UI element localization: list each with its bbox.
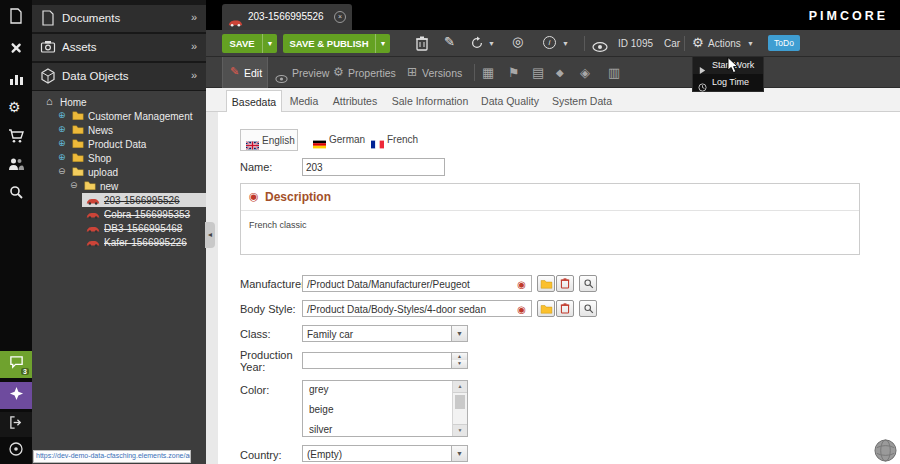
language-tab-english[interactable]: English [240,129,298,151]
notes-icon[interactable]: ▤ [532,65,544,80]
globe-icon[interactable] [874,439,897,464]
app-iconbar: ⚙ 3 [0,0,32,464]
schedule-icon[interactable]: ▦ [482,65,494,80]
body-style-relation-field[interactable]: /Product Data/Body-Styles/4-door sedan ◉ [302,300,532,317]
body-style-search-button[interactable] [579,300,597,317]
bookmark-icon[interactable]: ⚑ [508,65,520,80]
manufacturer-relation-field[interactable]: /Product Data/Manufacturer/Peugeot ◉ [302,275,532,292]
save-publish-button[interactable]: SAVE & PUBLISH [283,34,375,53]
sidebar-section-data-objects[interactable]: Data Objects » [32,63,206,90]
tab-sale-information[interactable]: Sale Information [386,90,474,112]
cart-icon[interactable] [8,128,24,144]
tab-basedata[interactable]: Basedata [226,90,282,112]
settings-icon[interactable]: ⚙ [8,99,24,115]
info-dropdown-arrow[interactable]: ▼ [562,40,569,47]
expand-plus-icon[interactable]: ⊕ [58,152,66,162]
layout-icon[interactable]: ▥ [608,65,620,80]
gear-icon[interactable]: ⚙ [692,35,704,50]
reload-dropdown-arrow[interactable]: ▼ [488,40,495,47]
tab-attributes[interactable]: Attributes [326,90,384,112]
open-document-tab[interactable]: 203-1566995526 × [222,4,352,30]
search-icon[interactable] [8,184,24,200]
locate-in-tree-icon[interactable]: ◎ [512,34,523,49]
chat-button[interactable]: 3 [0,351,32,378]
sidebar-section-assets[interactable]: Assets » [32,34,206,61]
actions-menu-button[interactable]: Actions [708,38,741,49]
scroll-down-icon[interactable]: ▼ [453,424,467,436]
close-icon[interactable]: × [334,11,346,23]
car-icon [86,196,100,207]
reload-icon[interactable] [470,36,484,54]
tree-item-label: 203-1566995526 [104,195,180,206]
name-input[interactable] [302,158,445,176]
tab-edit[interactable]: ✎ Edit [222,57,268,88]
save-publish-dropdown-arrow[interactable]: ▼ [375,34,390,53]
expand-plus-icon[interactable]: ⊕ [58,124,66,134]
tree-item-kafer[interactable]: Kafer-1566995226 [32,235,206,249]
scroll-up-icon[interactable]: ▲ [453,381,467,393]
scroll-thumb[interactable] [455,395,465,409]
documents-icon[interactable] [8,8,24,24]
tab-versions[interactable]: ⊞ Versions [400,57,466,88]
body-style-remove-button[interactable] [556,300,574,317]
tab-media[interactable]: Media [284,90,324,112]
tab-data-quality[interactable]: Data Quality [476,90,544,112]
tree-item-shop[interactable]: ⊕ Shop [32,151,206,165]
expand-plus-icon[interactable]: ⊕ [58,138,66,148]
datahub-button[interactable] [0,382,32,409]
tree-item-new[interactable]: ⊖ new [32,179,206,193]
platform-ring-icon[interactable] [8,441,24,457]
info-icon[interactable]: i [543,36,556,49]
save-button[interactable]: SAVE [222,34,262,53]
actions-dropdown-arrow[interactable]: ▼ [747,40,754,47]
collapse-minus-icon[interactable]: ⊖ [70,180,78,190]
sidebar-section-documents[interactable]: Documents » [32,5,206,32]
logout-button[interactable] [0,412,32,437]
save-dropdown-arrow[interactable]: ▼ [262,34,277,53]
tools-icon[interactable] [8,40,24,56]
tab-properties[interactable]: ⚙ Properties [326,57,400,88]
production-year-spinner[interactable]: ▲ ▼ [302,352,468,369]
language-tab-french[interactable]: French [366,129,416,151]
scrollbar[interactable]: ▲ ▼ [452,381,467,436]
tree-item-db3[interactable]: DB3-1566995468 [32,221,206,235]
tree-item-cobra[interactable]: Cobra-1566995353 [32,207,206,221]
tab-title: 203-1566995526 [248,11,324,22]
class-select[interactable]: Family car ▼ [302,325,468,342]
description-title: Description [265,190,331,204]
tree-item-upload[interactable]: ⊖ upload [32,165,206,179]
workflow-icon[interactable]: ◈ [580,65,590,80]
sidebar-collapse-handle[interactable]: ◂ [205,222,215,248]
description-text[interactable]: French classic [249,220,307,230]
folder-icon [72,153,84,164]
analytics-icon[interactable] [8,71,24,87]
tree-item-home[interactable]: ⌂ Home [32,95,206,109]
body-style-open-folder-button[interactable] [537,300,555,317]
rename-pencil-icon[interactable]: ✎ [444,34,455,49]
tree-item-product-data[interactable]: ⊕ Product Data [32,137,206,151]
eye-icon[interactable] [592,38,608,56]
tree-item-customer-management[interactable]: ⊕ Customer Management [32,109,206,123]
spinner-down-icon[interactable]: ▼ [451,360,467,368]
chevron-down-icon[interactable]: ▼ [451,326,467,341]
manufacturer-remove-button[interactable] [556,275,574,292]
list-option[interactable]: grey [309,384,328,395]
tag-icon[interactable]: ◆ [556,67,564,78]
country-select[interactable]: (Empty) ▼ [302,445,468,462]
users-icon[interactable] [8,156,24,172]
tab-preview[interactable]: Preview [268,57,326,88]
expand-plus-icon[interactable]: ⊕ [58,110,66,120]
tree-item-203[interactable]: 203-1566995526 [32,193,206,207]
color-multiselect[interactable]: grey beige silver ▲ ▼ [302,380,468,437]
tree-item-news[interactable]: ⊕ News [32,123,206,137]
manufacturer-open-folder-button[interactable] [537,275,555,292]
language-tab-german[interactable]: German [308,129,362,151]
list-option[interactable]: silver [309,424,332,435]
list-option[interactable]: beige [309,404,333,415]
delete-icon[interactable] [415,35,429,55]
chevron-down-icon[interactable]: ▼ [451,446,467,461]
tab-system-data[interactable]: System Data [546,90,618,112]
manufacturer-search-button[interactable] [579,275,597,292]
tree-item-label: Cobra-1566995353 [104,209,190,220]
collapse-minus-icon[interactable]: ⊖ [58,166,66,176]
